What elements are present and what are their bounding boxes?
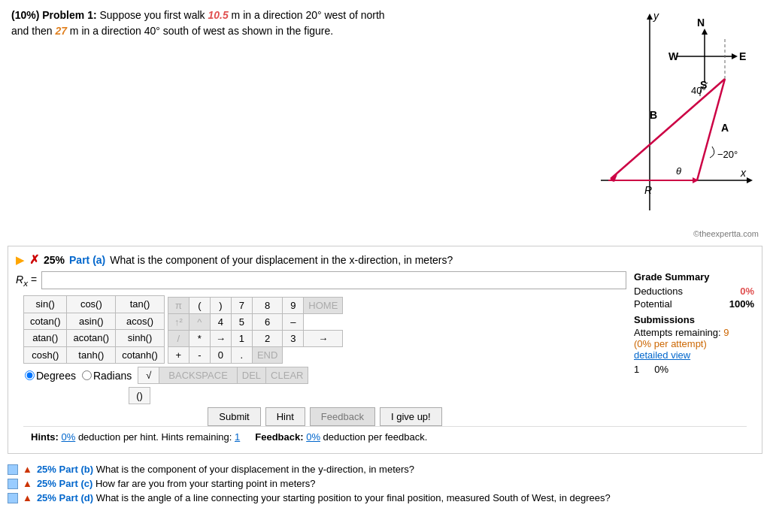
num5-btn[interactable]: 5 (231, 314, 252, 331)
svg-text:−20°: −20° (717, 149, 738, 160)
figure-svg: y x N W E S −20° R θ (503, 8, 759, 225)
hints-section: Hints: 0% deduction per hint. Hints rema… (31, 431, 240, 443)
problem-text3: and then (11, 25, 55, 37)
sqrt-btn[interactable]: √ (138, 367, 159, 384)
atan-btn[interactable]: atan() (24, 330, 67, 347)
part-b-icon (8, 464, 18, 475)
sinh-btn[interactable]: sinh() (116, 330, 165, 347)
part-a-section: ▶ ✗ 25% Part (a) What is the component o… (8, 246, 762, 454)
problem-val2: 27 (55, 25, 67, 37)
cos-btn[interactable]: cos() (67, 296, 116, 313)
tanh-btn[interactable]: tanh() (67, 346, 116, 364)
cotan-btn[interactable]: cotan() (24, 313, 67, 330)
num6-btn[interactable]: 6 (252, 314, 282, 331)
degrees-text: Degrees (36, 370, 76, 382)
num8-btn[interactable]: 8 (252, 298, 282, 314)
attempts-label: Attempts remaining: (634, 327, 721, 338)
slash-btn[interactable]: / (168, 331, 189, 347)
asin-btn[interactable]: asin() (67, 313, 116, 330)
degrees-label[interactable]: Degrees (25, 370, 76, 382)
home-btn[interactable]: HOME (304, 298, 343, 314)
pi-btn[interactable]: π (168, 298, 189, 314)
cosh-btn[interactable]: cosh() (24, 346, 67, 364)
right-arr2-btn[interactable]: → (304, 331, 343, 347)
caret-btn[interactable]: ^ (189, 314, 210, 331)
minus2-btn[interactable]: – (283, 314, 304, 331)
tan-btn[interactable]: tan() (116, 296, 165, 313)
radians-label[interactable]: Radians (82, 370, 132, 382)
part-d-letter: Part (d) (59, 492, 94, 503)
part-d-triangle: ▲ (23, 492, 32, 503)
svg-marker-4 (747, 177, 753, 183)
part-a-question: What is the component of your displaceme… (110, 254, 453, 266)
rx-input[interactable] (41, 271, 626, 289)
del-btn[interactable]: DEL (237, 367, 265, 384)
svg-text:θ: θ (676, 165, 681, 177)
full-calc: sin() cos() tan() cotan() asin() acos() … (23, 295, 626, 364)
feedback-button[interactable]: Feedback (310, 407, 375, 426)
lparen-btn[interactable]: ( (189, 298, 210, 314)
num3-btn[interactable]: 3 (283, 331, 304, 347)
detailed-view-link[interactable]: detailed view (634, 349, 690, 361)
svg-text:W: W (668, 50, 679, 62)
problem-header: (10%) Problem 1: (11, 9, 97, 21)
end-btn[interactable]: END (252, 347, 282, 364)
hint-button[interactable]: Hint (265, 407, 305, 426)
potential-value: 100% (729, 298, 754, 310)
clear-btn[interactable]: CLEAR (266, 367, 308, 384)
multiply-btn[interactable]: * (189, 331, 210, 347)
feedback-pct: 0% (306, 431, 320, 443)
attempt-num: 1 (634, 364, 639, 375)
num0-btn[interactable]: 0 (210, 347, 231, 364)
part-d-row: ▲ 25% Part (d) What is the angle of a li… (8, 492, 762, 503)
part-b-question: What is the component of your displaceme… (93, 464, 414, 475)
sq-btn[interactable]: ↑² (168, 314, 189, 331)
minus-btn[interactable]: - (189, 347, 210, 364)
number-table: π ( ) 7 8 9 HOME ↑² ^ (168, 297, 343, 364)
svg-text:E: E (739, 50, 746, 62)
part-b-triangle: ▲ (23, 464, 32, 475)
acos-btn[interactable]: acos() (116, 313, 165, 330)
dot-btn[interactable]: . (231, 347, 252, 364)
give-up-button[interactable]: I give up! (380, 407, 442, 426)
sin-btn[interactable]: sin() (24, 296, 67, 313)
sqrt-backspace-row: √ BACKSPACE DEL CLEAR (138, 367, 308, 384)
function-table: sin() cos() tan() cotan() asin() acos() … (23, 295, 165, 364)
triangle-icon: ▶ (16, 253, 25, 267)
feedback-label: Feedback: (255, 431, 303, 443)
radians-radio[interactable] (82, 370, 92, 380)
right-arr-btn[interactable]: → (210, 331, 231, 347)
num1-btn[interactable]: 1 (231, 331, 252, 347)
rx-eq: = (28, 274, 37, 286)
part-b-row: ▲ 25% Part (b) What is the component of … (8, 464, 762, 475)
part-c-letter: Part (c) (59, 478, 93, 489)
num7-btn[interactable]: 7 (231, 298, 252, 314)
num9-btn[interactable]: 9 (283, 298, 304, 314)
num4-btn[interactable]: 4 (210, 314, 231, 331)
degrees-radio[interactable] (25, 370, 35, 380)
part-b-percent: 25% (37, 464, 56, 475)
hints-remaining[interactable]: 1 (235, 431, 240, 443)
hints-feedback-row: Hints: 0% deduction per hint. Hints rema… (23, 426, 747, 447)
backspace-btn[interactable]: BACKSPACE (159, 367, 238, 384)
plus-btn[interactable]: + (168, 347, 189, 364)
svg-text:N: N (697, 17, 705, 29)
svg-text:x: x (740, 167, 747, 179)
part-c-triangle: ▲ (23, 478, 32, 489)
acotan-btn[interactable]: acotan() (67, 330, 116, 347)
num2-btn[interactable]: 2 (252, 331, 282, 347)
paren-row: () (129, 387, 626, 404)
attempts-row: Attempts remaining: 9 (634, 327, 754, 338)
svg-text:R: R (644, 184, 652, 196)
bottom-buttons: Submit Hint Feedback I give up! (23, 407, 626, 426)
svg-text:B: B (650, 109, 657, 121)
submit-button[interactable]: Submit (208, 407, 260, 426)
cotanh-btn[interactable]: cotanh() (116, 346, 165, 364)
deductions-value: 0% (740, 286, 754, 297)
paren-table: () (129, 387, 150, 404)
part-a-header: ▶ ✗ 25% Part (a) What is the component o… (16, 252, 754, 267)
rparen-btn[interactable]: ) (210, 298, 231, 314)
problem-text: (10%) Problem 1: Suppose you first walk … (11, 8, 496, 238)
svg-text:A: A (721, 122, 729, 134)
paren-btn[interactable]: () (129, 388, 150, 404)
